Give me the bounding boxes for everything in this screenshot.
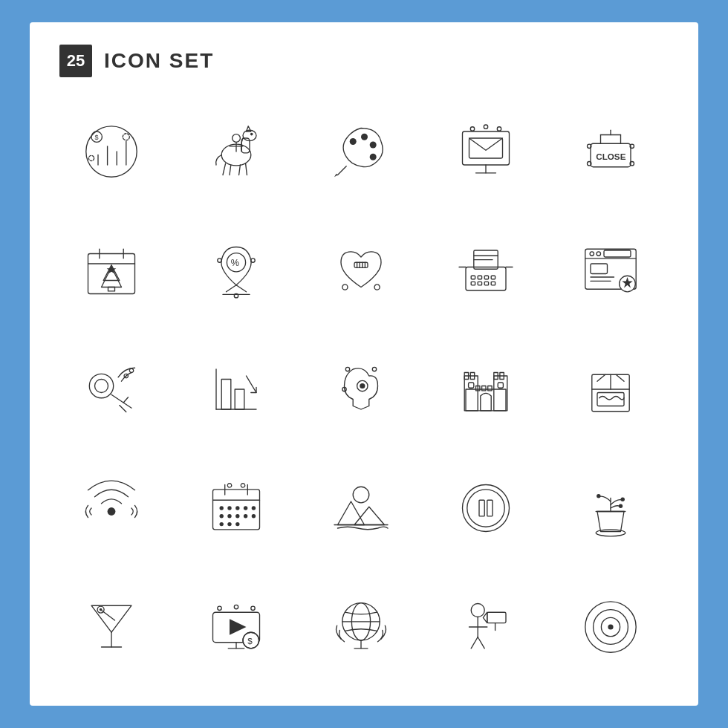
- svg-line-25: [338, 166, 347, 175]
- svg-point-82: [590, 252, 594, 256]
- icon-person-direction: [434, 575, 538, 679]
- svg-rect-99: [221, 380, 231, 410]
- icon-grid: $: [59, 100, 669, 679]
- icon-discount-location: %: [184, 218, 288, 322]
- svg-point-0: [86, 126, 137, 177]
- icon-castle: [434, 337, 538, 441]
- svg-line-101: [247, 376, 257, 393]
- svg-point-191: [608, 624, 613, 629]
- svg-point-31: [484, 125, 487, 129]
- icon-target: [559, 575, 663, 679]
- svg-point-172: [218, 606, 221, 610]
- svg-text:$: $: [247, 636, 253, 646]
- svg-marker-146: [338, 501, 365, 525]
- svg-point-130: [220, 506, 224, 510]
- svg-rect-75: [478, 282, 481, 285]
- svg-point-104: [345, 367, 349, 371]
- svg-rect-70: [471, 276, 475, 279]
- svg-rect-117: [482, 386, 486, 391]
- svg-point-142: [235, 522, 239, 526]
- svg-point-90: [89, 374, 113, 397]
- svg-rect-74: [471, 282, 475, 285]
- svg-point-23: [370, 142, 377, 149]
- svg-point-134: [252, 506, 256, 510]
- icon-planter: [559, 456, 663, 560]
- svg-point-158: [619, 504, 623, 508]
- svg-marker-50: [107, 265, 117, 274]
- svg-line-16: [246, 163, 247, 175]
- svg-line-53: [227, 285, 237, 292]
- svg-point-103: [360, 383, 365, 389]
- icon-finance-chart: $: [59, 100, 163, 204]
- svg-rect-59: [354, 262, 368, 267]
- svg-rect-107: [466, 389, 506, 411]
- svg-line-54: [236, 285, 247, 292]
- svg-point-32: [497, 127, 501, 131]
- svg-point-21: [350, 138, 357, 145]
- svg-rect-118: [488, 386, 492, 391]
- icon-beach-landscape: [309, 456, 413, 560]
- svg-line-184: [478, 637, 484, 649]
- svg-line-124: [616, 374, 624, 381]
- icon-favorite-browser: [559, 218, 663, 322]
- svg-point-135: [220, 514, 224, 518]
- icon-package-box: [559, 337, 663, 441]
- svg-line-14: [230, 165, 231, 175]
- svg-point-91: [95, 380, 108, 393]
- svg-point-156: [621, 498, 625, 501]
- icon-video-money: $: [184, 575, 288, 679]
- svg-rect-109: [494, 376, 507, 411]
- svg-rect-84: [604, 250, 631, 257]
- svg-point-56: [218, 259, 221, 262]
- svg-line-13: [223, 163, 226, 175]
- svg-marker-166: [230, 619, 247, 635]
- svg-line-92: [111, 394, 131, 408]
- svg-point-140: [220, 522, 224, 526]
- main-card: 25 ICON SET $: [30, 22, 698, 706]
- svg-point-105: [372, 367, 376, 371]
- svg-rect-100: [235, 389, 244, 409]
- svg-point-18: [233, 134, 241, 143]
- svg-rect-108: [464, 376, 478, 411]
- icon-trojan-horse: [184, 100, 288, 204]
- icon-paint-palette: [309, 100, 413, 204]
- svg-point-137: [235, 514, 239, 518]
- svg-rect-71: [478, 276, 481, 279]
- svg-rect-115: [498, 383, 503, 388]
- svg-rect-72: [484, 276, 488, 279]
- svg-rect-73: [491, 276, 495, 279]
- icon-world-award: [309, 575, 413, 679]
- svg-line-123: [597, 374, 605, 381]
- icon-christmas-calendar: [59, 218, 163, 322]
- svg-point-30: [470, 127, 474, 131]
- svg-rect-114: [469, 383, 474, 388]
- header-number: 25: [59, 45, 92, 77]
- icon-cocktail: [59, 575, 163, 679]
- svg-text:%: %: [231, 258, 239, 268]
- svg-point-145: [353, 487, 369, 503]
- svg-point-96: [129, 368, 133, 372]
- svg-point-149: [463, 485, 510, 532]
- icon-broken-heart: [309, 218, 413, 322]
- svg-point-125: [108, 507, 116, 516]
- svg-point-7: [123, 134, 129, 140]
- svg-line-94: [120, 406, 126, 412]
- svg-point-136: [227, 514, 231, 518]
- svg-line-93: [123, 397, 128, 403]
- svg-point-83: [597, 252, 600, 256]
- svg-point-143: [227, 484, 231, 487]
- icon-close-sign: CLOSE: [559, 100, 663, 204]
- svg-line-15: [239, 165, 241, 175]
- svg-rect-152: [487, 500, 493, 516]
- icon-wifi-signal: [59, 456, 163, 560]
- svg-point-173: [234, 605, 238, 608]
- svg-point-131: [227, 506, 231, 510]
- svg-point-164: [100, 608, 103, 611]
- svg-rect-49: [108, 287, 115, 291]
- svg-point-8: [88, 155, 94, 160]
- svg-point-141: [227, 522, 231, 526]
- svg-point-24: [370, 154, 377, 160]
- svg-line-183: [471, 637, 478, 649]
- svg-rect-185: [487, 612, 506, 623]
- svg-point-157: [597, 494, 600, 498]
